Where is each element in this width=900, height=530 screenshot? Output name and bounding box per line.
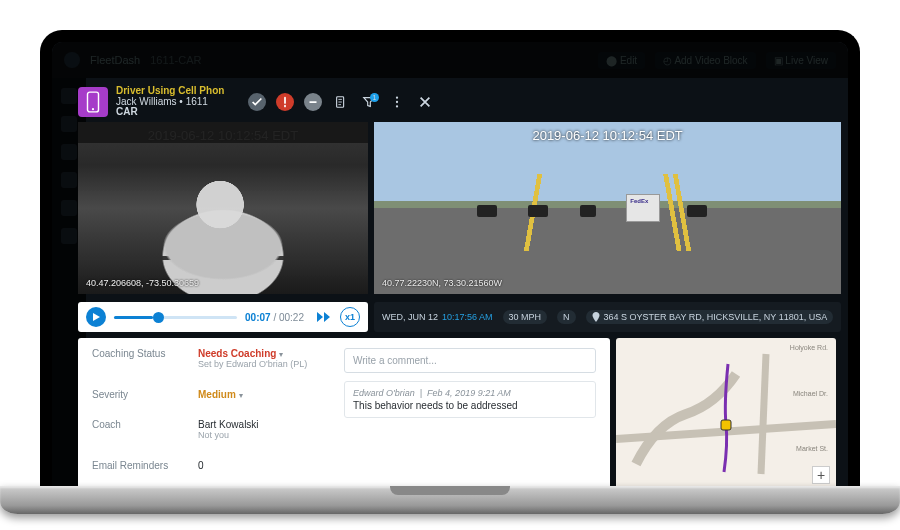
svg-rect-6 (721, 420, 731, 430)
svg-point-3 (396, 96, 398, 98)
comment-card: Edward O'brian | Feb 4, 2019 9:21 AM Thi… (344, 381, 596, 418)
coaching-status-value[interactable]: Needs Coaching▾ Set by Edward O'brian (P… (198, 348, 328, 379)
telemetry-bar: WED, JUN 1210:17:56 AM 30 MPH N 364 S OY… (374, 302, 841, 332)
bottom-row: Coaching Status Needs Coaching▾ Set by E… (78, 338, 836, 490)
video-row: 2019-06-12 10:12:54 EDT 40.47.206608, -7… (78, 122, 836, 332)
svg-point-4 (396, 101, 398, 103)
svg-point-1 (92, 108, 94, 110)
road-timestamp: 2019-06-12 10:12:54 EDT (532, 128, 682, 143)
mark-reviewed-button[interactable] (248, 93, 266, 111)
cabin-video[interactable]: 2019-06-12 10:12:54 EDT 40.47.206608, -7… (78, 122, 368, 294)
comment-author: Edward O'brian (353, 388, 415, 398)
phone-icon (78, 87, 108, 117)
detail-panel: Coaching Status Needs Coaching▾ Set by E… (78, 338, 610, 490)
document-icon[interactable] (332, 93, 350, 111)
pin-icon (592, 312, 600, 322)
play-button[interactable] (86, 307, 106, 327)
flag-button[interactable] (276, 93, 294, 111)
chevron-down-icon: ▾ (239, 391, 243, 400)
speed-chip: 30 MPH (503, 310, 548, 324)
timecode: 00:07 / 00:22 (245, 312, 304, 323)
event-overlay: Driver Using Cell Phon Jack Williams • 1… (78, 82, 836, 490)
screen: FleetDash 1611-CAR ⬤ Edit ◴ Add Video Bl… (52, 42, 848, 500)
driver-name: Jack Williams (116, 96, 177, 107)
scrubber[interactable] (114, 316, 237, 319)
driver-id: 1611 (186, 96, 208, 107)
coach-value: Bart Kowalski Not you (198, 419, 328, 450)
event-title-block: Driver Using Cell Phon Jack Williams • 1… (116, 86, 224, 118)
comment-input[interactable]: Write a comment... (344, 348, 596, 373)
overlay-toolbar: 1 (248, 93, 434, 111)
vehicle: CAR (116, 106, 138, 117)
speed-button[interactable]: x1 (340, 307, 360, 327)
reminders-label: Email Reminders (92, 460, 182, 481)
laptop-base (0, 486, 900, 514)
chevron-down-icon: ▾ (279, 350, 283, 359)
more-icon[interactable] (388, 93, 406, 111)
filter-badge: 1 (370, 93, 379, 102)
playback-bar: 00:07 / 00:22 x1 (78, 302, 368, 332)
road-gps: 40.77.22230N, 73.30.21560W (382, 278, 502, 288)
heading-chip: N (557, 310, 576, 324)
severity-value[interactable]: Medium▾ (198, 389, 328, 410)
map-svg (616, 338, 836, 490)
skip-icon[interactable] (312, 307, 332, 327)
reminders-value: 0 (198, 460, 328, 481)
svg-point-5 (396, 105, 398, 107)
severity-label: Severity (92, 389, 182, 410)
comments-column: Write a comment... Edward O'brian | Feb … (344, 348, 596, 480)
dismiss-button[interactable] (304, 93, 322, 111)
telemetry-datetime: WED, JUN 1210:17:56 AM (382, 312, 493, 322)
coaching-status-label: Coaching Status (92, 348, 182, 379)
street-label: Holyoke Rd. (790, 344, 828, 351)
address-chip: 364 S OYSTER BAY RD, HICKSVILLE, NY 1180… (586, 310, 834, 324)
street-label: Michael Dr. (793, 390, 828, 397)
zoom-in-button[interactable]: + (812, 466, 830, 484)
comment-time: Feb 4, 2019 9:21 AM (427, 388, 511, 398)
close-icon[interactable] (416, 93, 434, 111)
overlay-header: Driver Using Cell Phon Jack Williams • 1… (78, 82, 836, 122)
cabin-timestamp: 2019-06-12 10:12:54 EDT (148, 128, 298, 143)
filter-icon[interactable]: 1 (360, 93, 378, 111)
truck-graphic (626, 194, 660, 222)
laptop-frame: FleetDash 1611-CAR ⬤ Edit ◴ Add Video Bl… (40, 30, 860, 500)
street-label: Market St. (796, 445, 828, 452)
cabin-gps: 40.47.206608, -73.50.30659 (86, 278, 199, 288)
coach-label: Coach (92, 419, 182, 450)
map-panel[interactable]: Holyoke Rd. Market St. Michael Dr. + (616, 338, 836, 490)
road-video[interactable]: 2019-06-12 10:12:54 EDT 40.77.22230N, 73… (374, 122, 841, 294)
comment-body: This behavior needs to be addressed (353, 400, 587, 411)
